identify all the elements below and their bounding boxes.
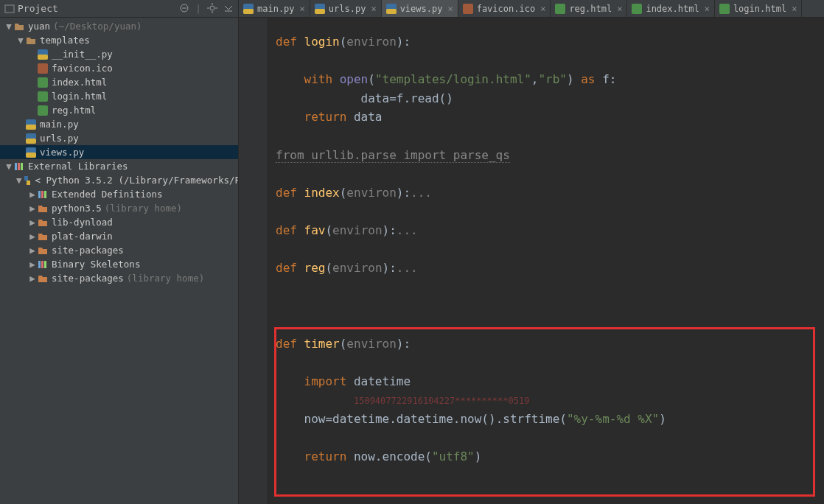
tree-node-label: Binary Skeletons: [52, 259, 140, 270]
tree-node-label: templates: [40, 35, 90, 46]
tree-item-reg-html[interactable]: reg.html: [0, 103, 238, 117]
tab-label: index.html: [646, 4, 699, 14]
project-tree: ▼yuan(~/Desktop/yuan)▼templates__init__.…: [0, 18, 239, 504]
tree-node-icon: [37, 231, 49, 242]
tree-item-plat-darwin[interactable]: ▶plat-darwin: [0, 229, 238, 243]
svg-rect-0: [5, 5, 14, 13]
tree-item-favicon-ico[interactable]: favicon.ico: [0, 61, 238, 75]
tab-label: reg.html: [569, 4, 612, 14]
svg-rect-18: [719, 4, 730, 14]
tree-item-main-py[interactable]: main.py: [0, 117, 238, 131]
hide-icon[interactable]: [223, 3, 234, 14]
tree-item-binary-skeletons[interactable]: ▶Binary Skeletons: [0, 257, 238, 271]
tree-item-templates[interactable]: ▼templates: [0, 33, 238, 47]
file-icon: [632, 4, 642, 14]
close-icon[interactable]: ×: [540, 4, 545, 14]
tree-item-login-html[interactable]: login.html: [0, 89, 238, 103]
tree-item--init-py[interactable]: __init__.py: [0, 47, 238, 61]
file-icon: [315, 4, 325, 14]
tab-label: views.py: [400, 4, 443, 14]
tree-item--python-3-5-2-library-frameworks-pyth[interactable]: ▼< Python 3.5.2 (/Library/Frameworks/Pyt…: [0, 173, 238, 187]
tree-node-label: plat-darwin: [52, 231, 113, 242]
tree-node-icon: [37, 203, 49, 214]
svg-rect-39: [44, 261, 46, 268]
tree-item-urls-py[interactable]: urls.py: [0, 131, 238, 145]
close-icon[interactable]: ×: [705, 4, 710, 14]
file-icon: [243, 4, 254, 14]
tree-item-lib-dynload[interactable]: ▶lib-dynload: [0, 215, 238, 229]
tree-node-label: __init__.py: [52, 49, 113, 60]
tree-node-label: site-packages: [52, 273, 124, 284]
tree-node-icon: [37, 189, 49, 200]
tree-node-icon: [37, 217, 49, 228]
tree-node-label: main.py: [40, 119, 79, 130]
tree-node-icon: [37, 259, 49, 270]
file-icon: [555, 4, 565, 14]
tree-toggle-icon[interactable]: ▼: [4, 161, 13, 172]
close-icon[interactable]: ×: [617, 4, 622, 14]
code-content: def login(environ): with open("templates…: [276, 32, 817, 466]
tree-item-site-packages[interactable]: ▶site-packages: [0, 243, 238, 257]
svg-rect-21: [38, 63, 48, 74]
tree-toggle-icon[interactable]: ▶: [28, 245, 37, 256]
svg-rect-32: [18, 163, 20, 170]
divider: |: [195, 3, 201, 14]
tab-main-py[interactable]: main.py×: [239, 0, 310, 17]
svg-rect-35: [41, 191, 43, 198]
tree-node-icon: [25, 35, 37, 46]
svg-rect-38: [41, 261, 43, 268]
svg-rect-33: [21, 163, 23, 170]
tree-node-icon: [22, 175, 32, 186]
tree-node-label: python3.5: [52, 203, 102, 214]
tree-item-views-py[interactable]: views.py: [0, 145, 238, 159]
tab-favicon-ico[interactable]: favicon.ico×: [458, 0, 551, 17]
tree-toggle-icon[interactable]: ▶: [28, 189, 37, 200]
tab-label: favicon.ico: [477, 4, 535, 14]
tree-node-label: < Python 3.5.2 (/Library/Frameworks/Pyth: [35, 175, 239, 186]
tree-toggle-icon[interactable]: ▶: [28, 273, 37, 284]
top-bar: Project | main.py×urls.py×views.py×favic…: [0, 0, 824, 18]
svg-point-3: [210, 6, 214, 10]
svg-rect-16: [555, 4, 565, 14]
svg-rect-34: [38, 191, 41, 198]
close-icon[interactable]: ×: [371, 4, 376, 14]
tree-node-icon: [37, 273, 49, 284]
file-icon: [386, 4, 397, 14]
tab-views-py[interactable]: views.py×: [382, 0, 458, 17]
collapse-icon[interactable]: [179, 3, 189, 14]
tree-node-icon: [13, 161, 25, 172]
gear-icon[interactable]: [207, 3, 217, 14]
code-editor[interactable]: def login(environ): with open("templates…: [268, 18, 824, 504]
tree-node-icon: [37, 49, 49, 60]
tree-toggle-icon[interactable]: ▼: [16, 35, 25, 46]
tree-item-site-packages[interactable]: ▶site-packages(library home): [0, 271, 238, 285]
tree-toggle-icon[interactable]: ▼: [16, 175, 22, 186]
tab-login-html[interactable]: login.html×: [715, 0, 802, 17]
tab-index-html[interactable]: index.html×: [627, 0, 714, 17]
tree-node-icon: [13, 21, 25, 32]
tree-item-extended-definitions[interactable]: ▶Extended Definitions: [0, 187, 238, 201]
tree-node-label: yuan: [28, 21, 50, 32]
close-icon[interactable]: ×: [792, 4, 797, 14]
tab-reg-html[interactable]: reg.html×: [551, 0, 627, 17]
tab-urls-py[interactable]: urls.py×: [310, 0, 382, 17]
tree-toggle-icon[interactable]: ▶: [28, 203, 37, 214]
tree-node-icon: [25, 147, 37, 158]
tree-node-label: site-packages: [52, 245, 124, 256]
svg-rect-30: [26, 153, 36, 158]
tree-item-yuan[interactable]: ▼yuan(~/Desktop/yuan): [0, 19, 238, 33]
tree-toggle-icon[interactable]: ▶: [28, 259, 37, 270]
close-icon[interactable]: ×: [447, 4, 453, 14]
tree-toggle-icon[interactable]: ▼: [4, 21, 13, 32]
tree-toggle-icon[interactable]: ▶: [28, 231, 37, 242]
tree-item-index-html[interactable]: index.html: [0, 75, 238, 89]
svg-rect-17: [632, 4, 642, 14]
tree-node-label: index.html: [52, 77, 107, 88]
close-icon[interactable]: ×: [300, 4, 305, 14]
tree-toggle-icon[interactable]: ▶: [28, 217, 37, 228]
tree-node-label: favicon.ico: [52, 63, 113, 74]
tree-item-python3-5[interactable]: ▶python3.5(library home): [0, 201, 238, 215]
tab-label: login.html: [733, 4, 786, 14]
tree-item-external-libraries[interactable]: ▼External Libraries: [0, 159, 238, 173]
tab-label: main.py: [257, 4, 295, 14]
